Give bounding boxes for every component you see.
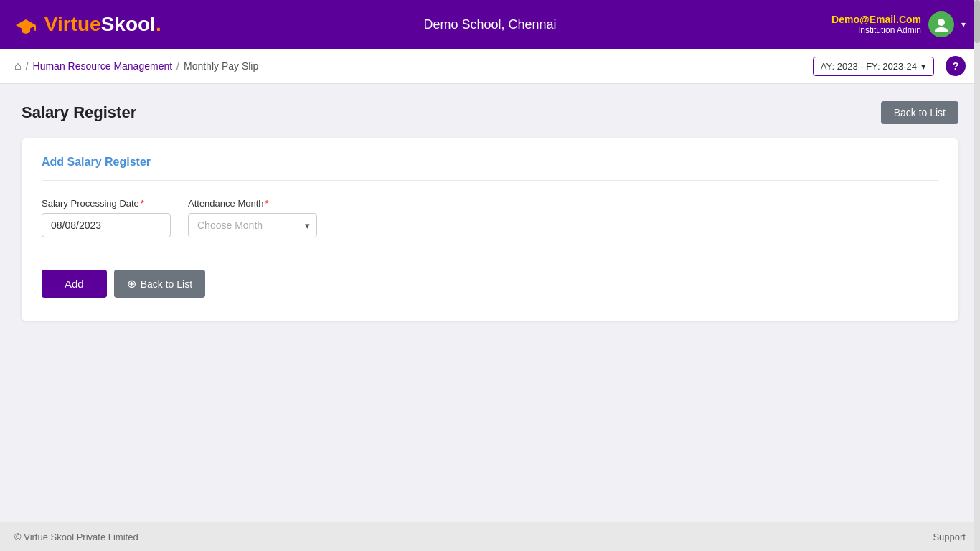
main-content: Salary Register Back to List Add Salary …: [0, 84, 980, 338]
help-button[interactable]: ?: [946, 56, 966, 76]
svg-point-3: [938, 19, 945, 26]
attendance-month-label: Attendance Month*: [188, 198, 317, 209]
user-info: Demo@Email.Com Institution Admin: [831, 14, 921, 35]
page-header: Salary Register Back to List: [22, 101, 958, 124]
svg-point-4: [935, 27, 948, 32]
ay-dropdown-arrow: ▾: [921, 61, 926, 72]
salary-date-required: *: [141, 198, 144, 209]
logo-virtue-text: Virtue: [44, 13, 101, 35]
user-dropdown-arrow[interactable]: ▾: [961, 19, 966, 29]
user-role: Institution Admin: [831, 25, 921, 35]
avatar[interactable]: [928, 11, 954, 37]
salary-date-input[interactable]: [42, 213, 171, 237]
breadcrumb-right: AY: 2023 - FY: 2023-24 ▾ ?: [813, 56, 966, 76]
form-card: Add Salary Register Salary Processing Da…: [22, 138, 958, 321]
header: VirtueSkool. Demo School, Chennai Demo@E…: [0, 0, 980, 49]
ay-selector[interactable]: AY: 2023 - FY: 2023-24 ▾: [813, 57, 934, 76]
logo-cap-icon: [14, 18, 37, 34]
school-name: Demo School, Chennai: [423, 17, 556, 32]
action-buttons: Add ⊕ Back to List: [42, 270, 938, 298]
form-row: Salary Processing Date* Attendance Month…: [42, 198, 938, 237]
footer: © Virtue Skool Private Limited Support: [0, 522, 980, 551]
scrollbar-thumb[interactable]: [974, 0, 980, 43]
breadcrumb-sep-2: /: [176, 60, 179, 72]
breadcrumb: ⌂ / Human Resource Management / Monthly …: [14, 60, 258, 72]
logo-area: VirtueSkool.: [14, 13, 161, 36]
logo-skool-text: Skool: [101, 13, 156, 35]
breadcrumb-bar: ⌂ / Human Resource Management / Monthly …: [0, 49, 980, 84]
card-title: Add Salary Register: [42, 156, 938, 169]
svg-rect-2: [34, 25, 36, 31]
card-bottom-divider: [42, 255, 938, 255]
attendance-month-select[interactable]: Choose Month January February March Apri…: [188, 213, 317, 237]
svg-marker-0: [16, 19, 36, 31]
user-icon: [933, 17, 949, 32]
user-email: Demo@Email.Com: [831, 14, 921, 25]
header-back-to-list-button[interactable]: Back to List: [881, 101, 958, 124]
breadcrumb-current: Monthly Pay Slip: [184, 60, 258, 72]
back-to-list-label: Back to List: [141, 278, 192, 290]
add-button[interactable]: Add: [42, 270, 107, 298]
user-area: Demo@Email.Com Institution Admin ▾: [831, 11, 966, 37]
ay-label: AY: 2023 - FY: 2023-24: [821, 61, 917, 72]
attendance-month-wrapper: Choose Month January February March Apri…: [188, 213, 317, 237]
home-icon[interactable]: ⌂: [14, 60, 22, 72]
breadcrumb-sep-1: /: [26, 60, 29, 72]
attendance-month-group: Attendance Month* Choose Month January F…: [188, 198, 317, 237]
footer-support[interactable]: Support: [933, 532, 966, 542]
breadcrumb-hrm-link[interactable]: Human Resource Management: [33, 60, 173, 72]
back-to-list-button[interactable]: ⊕ Back to List: [114, 270, 205, 298]
card-top-divider: [42, 180, 938, 181]
salary-date-label: Salary Processing Date*: [42, 198, 171, 209]
page-title: Salary Register: [22, 103, 136, 122]
scrollbar[interactable]: [974, 0, 980, 551]
footer-copyright: © Virtue Skool Private Limited: [14, 532, 138, 542]
logo: VirtueSkool.: [14, 13, 161, 36]
circle-arrow-icon: ⊕: [127, 277, 136, 291]
salary-date-group: Salary Processing Date*: [42, 198, 171, 237]
attendance-month-required: *: [265, 198, 269, 209]
